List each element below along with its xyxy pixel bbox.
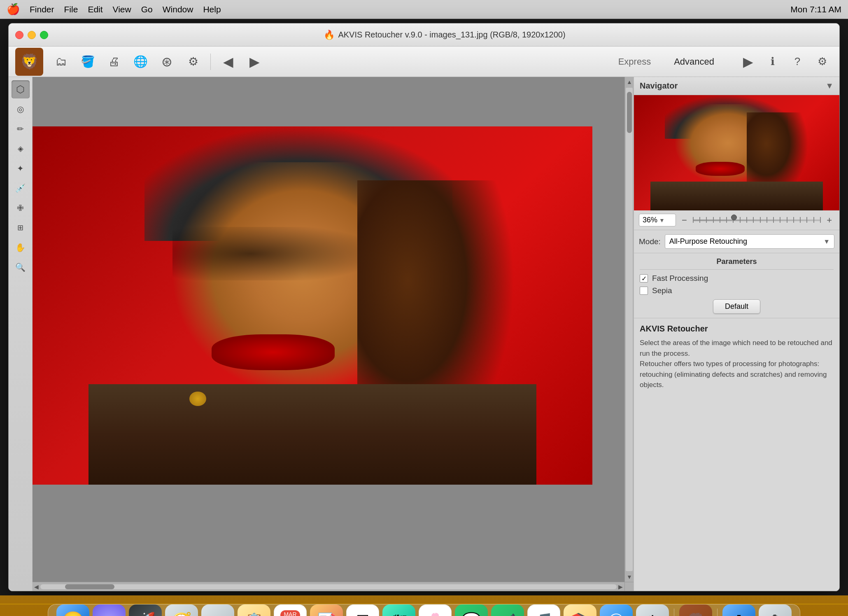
dock-notes[interactable]: 📋 bbox=[238, 604, 270, 616]
info-button[interactable]: ℹ bbox=[762, 51, 783, 72]
menu-window[interactable]: Window bbox=[163, 5, 193, 14]
dock-siri[interactable]: ◉ bbox=[93, 604, 126, 616]
print-button[interactable]: 🖨 bbox=[103, 50, 126, 73]
apple-menu[interactable]: 🍎 bbox=[7, 3, 20, 16]
mode-buttons: Express Advanced bbox=[607, 53, 726, 70]
pencil-tool[interactable]: ✏ bbox=[12, 120, 30, 138]
titlebar: 🔥 AKVIS Retoucher v.9.0 - images_131.jpg… bbox=[9, 23, 839, 47]
eraser-tool[interactable]: ◈ bbox=[12, 140, 30, 158]
sepia-label: Sepia bbox=[652, 286, 672, 295]
fast-processing-row: ✓ Fast Processing bbox=[640, 274, 834, 283]
dock-stickies[interactable]: 📝 bbox=[310, 604, 343, 616]
canvas-main[interactable] bbox=[33, 77, 624, 582]
dock-facetime[interactable]: 📹 bbox=[491, 604, 524, 616]
mode-section: Mode: All-Purpose Retouching ▼ bbox=[634, 230, 839, 253]
dock-downloads[interactable]: ⬇ bbox=[722, 604, 755, 616]
zoom-out-button[interactable]: − bbox=[679, 214, 690, 226]
fast-processing-label: Fast Processing bbox=[652, 274, 708, 283]
dock-calendar[interactable]: MAR 12 bbox=[274, 604, 307, 616]
dock-mail[interactable]: ✉ bbox=[201, 604, 234, 616]
zoom-slider-thumb[interactable] bbox=[731, 215, 737, 220]
zoom-slider[interactable] bbox=[693, 216, 821, 224]
info-text: Select the areas of the image which need… bbox=[640, 338, 834, 390]
mode-express-button[interactable]: Express bbox=[607, 53, 662, 70]
menu-file[interactable]: File bbox=[64, 5, 78, 14]
menu-edit[interactable]: Edit bbox=[88, 5, 103, 14]
main-content: ⬡ ◎ ✏ ◈ ✦ 💉 ✙ ⊞ ✋ 🔍 bbox=[9, 77, 839, 591]
scroll-right-arrow[interactable]: ▶ bbox=[618, 583, 623, 590]
fill-button[interactable]: 🪣 bbox=[76, 50, 99, 73]
dock-appstore[interactable]: Ⓐ bbox=[600, 604, 633, 616]
dock-trash[interactable]: 🗑 bbox=[759, 604, 792, 616]
mode-label: Mode: bbox=[639, 237, 661, 246]
open-button[interactable]: 🗂 bbox=[50, 50, 73, 73]
main-toolbar: 🦁 🗂 🪣 🖨 🌐 ⊛ ⚙ ◀ ▶ Express Advanced ▶ ℹ ?… bbox=[9, 47, 839, 77]
sepia-row: Sepia bbox=[640, 286, 834, 295]
mode-dropdown[interactable]: All-Purpose Retouching ▼ bbox=[665, 234, 834, 249]
canvas-area: ▲ ▼ ◀ ▶ bbox=[33, 77, 634, 591]
dock-finder[interactable]: 🙂 bbox=[56, 604, 89, 616]
zoom-dropdown[interactable]: 36% ▼ bbox=[639, 214, 676, 226]
vertical-scrollbar[interactable]: ▲ ▼ bbox=[624, 77, 634, 582]
dock-separator bbox=[674, 609, 674, 616]
mode-dropdown-arrow: ▼ bbox=[823, 238, 830, 245]
eyedropper-tool[interactable]: 💉 bbox=[12, 179, 30, 197]
fast-processing-checkbox[interactable]: ✓ bbox=[640, 274, 648, 282]
scroll-left-arrow[interactable]: ◀ bbox=[34, 583, 39, 590]
menu-go[interactable]: Go bbox=[141, 5, 153, 14]
back-button[interactable]: ◀ bbox=[217, 50, 240, 73]
mode-advanced-button[interactable]: Advanced bbox=[662, 53, 726, 70]
menu-help[interactable]: Help bbox=[203, 5, 221, 14]
sepia-checkbox[interactable] bbox=[640, 287, 648, 295]
dock-photos[interactable]: 🌸 bbox=[419, 604, 452, 616]
magnetic-lasso-tool[interactable]: ◎ bbox=[12, 100, 30, 118]
canvas-viewport: ▲ ▼ bbox=[33, 77, 634, 582]
menu-finder[interactable]: Finder bbox=[30, 5, 54, 14]
transform-tool[interactable]: ⊞ bbox=[12, 219, 30, 237]
info-title: AKVIS Retoucher bbox=[640, 324, 834, 334]
canvas-image bbox=[33, 126, 592, 485]
navigator-header: Navigator ▼ bbox=[634, 77, 839, 95]
window-icon: 🔥 bbox=[324, 30, 335, 40]
web-button[interactable]: 🌐 bbox=[129, 50, 152, 73]
settings-button[interactable]: ⚙ bbox=[182, 50, 205, 73]
dock-messages[interactable]: 💬 bbox=[455, 604, 488, 616]
menubar: 🍎 Finder File Edit View Go Window Help M… bbox=[0, 0, 848, 19]
run-button[interactable]: ▶ bbox=[737, 51, 759, 72]
dock-retoucher[interactable]: 🦁 bbox=[679, 604, 712, 616]
help-button[interactable]: ? bbox=[787, 51, 808, 72]
dock: 🙂 ◉ 🚀 🧭 ✉ 📋 MAR 12 📝 bbox=[48, 604, 800, 616]
dock-books[interactable]: 📚 bbox=[564, 604, 596, 616]
hand-tool[interactable]: ✋ bbox=[12, 238, 30, 257]
app-window: 🔥 AKVIS Retoucher v.9.0 - images_131.jpg… bbox=[8, 23, 840, 591]
dock-maps[interactable]: 🗺 bbox=[382, 604, 415, 616]
parameters-title: Parameters bbox=[640, 257, 834, 270]
zoom-tool[interactable]: 🔍 bbox=[12, 258, 30, 276]
menu-view[interactable]: View bbox=[113, 5, 131, 14]
navigator-preview-image bbox=[634, 95, 839, 210]
mode-value: All-Purpose Retouching bbox=[669, 237, 747, 246]
zoom-controls: 36% ▼ − + bbox=[634, 210, 839, 230]
healing-tool[interactable]: ✙ bbox=[12, 199, 30, 217]
zoom-in-button[interactable]: + bbox=[824, 214, 834, 226]
lasso-tool[interactable]: ⬡ bbox=[12, 80, 30, 98]
close-button[interactable] bbox=[15, 31, 23, 39]
navigator-preview bbox=[634, 95, 839, 210]
star-tool[interactable]: ✦ bbox=[12, 159, 30, 177]
navigator-collapse-button[interactable]: ▼ bbox=[825, 81, 834, 91]
dock-reminders[interactable]: ☑ bbox=[346, 604, 379, 616]
menubar-time: Mon 7:11 AM bbox=[790, 5, 841, 14]
dock-launchpad[interactable]: 🚀 bbox=[129, 604, 162, 616]
dock-safari[interactable]: 🧭 bbox=[165, 604, 198, 616]
window-controls bbox=[15, 31, 48, 39]
toolbar-separator-1 bbox=[210, 54, 211, 70]
layers-button[interactable]: ⊛ bbox=[155, 50, 178, 73]
dock-music[interactable]: 🎵 bbox=[527, 604, 560, 616]
minimize-button[interactable] bbox=[28, 31, 36, 39]
forward-button[interactable]: ▶ bbox=[243, 50, 266, 73]
dock-system-preferences[interactable]: ⚙ bbox=[636, 604, 669, 616]
left-toolbar: ⬡ ◎ ✏ ◈ ✦ 💉 ✙ ⊞ ✋ 🔍 bbox=[9, 77, 33, 591]
maximize-button[interactable] bbox=[40, 31, 48, 39]
default-button[interactable]: Default bbox=[713, 299, 760, 314]
preferences-button[interactable]: ⚙ bbox=[811, 51, 833, 72]
